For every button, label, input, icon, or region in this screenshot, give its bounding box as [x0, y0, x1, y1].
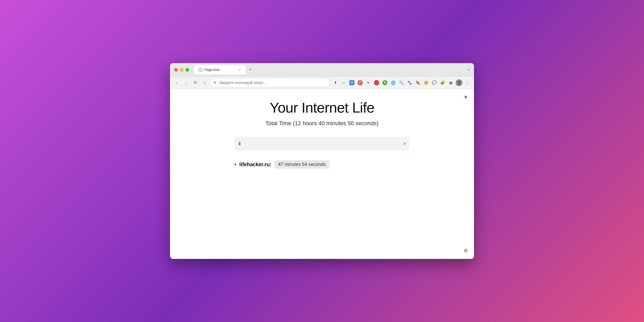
- active-tab[interactable]: ⏱ Page time ×: [194, 65, 246, 74]
- nav-bar: ‹ › ↻ ⌂ G Введите поисковый запро... ⬆ ☆…: [170, 77, 474, 89]
- avatar[interactable]: 👤: [455, 79, 463, 86]
- tab-close-button[interactable]: ×: [238, 68, 242, 72]
- reload-button[interactable]: ↻: [192, 79, 199, 86]
- time-badge: 47 minutes 54 seconds: [275, 160, 329, 169]
- tab-label: Page time: [205, 68, 220, 72]
- more-button[interactable]: ⋮: [464, 79, 471, 86]
- toolbar-icons: ⬆ ☆ V P 🐘 🔴 A 🌐 🔍 🐾 🔖 😊 💬 �: [332, 79, 471, 86]
- total-time-label: Total Time (12 hours 40 minutes 50 secon…: [265, 120, 378, 127]
- tab-favicon: ⏱: [198, 68, 202, 72]
- sidebar-toggle-button[interactable]: ▣: [447, 79, 454, 86]
- ext-icon-2[interactable]: 🐾: [406, 79, 413, 86]
- close-button[interactable]: [174, 68, 178, 72]
- ext-icon-6[interactable]: 🧩: [439, 79, 446, 86]
- browser-window: ⏱ Page time × + ∨ ‹ › ↻ ⌂ G Введите поис…: [170, 63, 474, 259]
- address-text: Введите поисковый запро...: [220, 81, 266, 85]
- ext-icon-1[interactable]: 🔍: [398, 79, 405, 86]
- forward-button[interactable]: ›: [182, 79, 190, 86]
- google-logo: G: [214, 81, 218, 85]
- ext-icon-5[interactable]: 💬: [431, 79, 438, 86]
- adguard-icon[interactable]: A: [381, 79, 388, 86]
- bear-icon[interactable]: 🔴: [373, 79, 380, 86]
- ext-icon-4[interactable]: 😊: [422, 79, 430, 86]
- tab-dropdown-button[interactable]: ∨: [468, 68, 470, 72]
- search-clear-button[interactable]: ×: [403, 141, 406, 147]
- share-button[interactable]: ⬆: [332, 79, 339, 86]
- user-avatar: 👤: [456, 79, 462, 86]
- new-tab-button[interactable]: +: [247, 66, 254, 73]
- page-content: ☀ Your Internet Life Total Time (12 hour…: [170, 89, 474, 259]
- back-button[interactable]: ‹: [173, 79, 180, 86]
- minimize-button[interactable]: [180, 68, 183, 72]
- home-button[interactable]: ⌂: [201, 79, 208, 86]
- grammarly-icon[interactable]: 🐘: [365, 79, 372, 86]
- search-input[interactable]: [234, 137, 410, 150]
- theme-toggle-button[interactable]: ☀: [462, 93, 470, 101]
- bookmark-button[interactable]: ☆: [340, 79, 347, 86]
- results-list: • lifehacker.ru: 47 minutes 54 seconds: [234, 158, 410, 171]
- maximize-button[interactable]: [185, 68, 189, 72]
- title-bar: ⏱ Page time × + ∨: [170, 63, 474, 77]
- page-heading: Your Internet Life: [270, 99, 374, 116]
- tab-bar: ⏱ Page time × + ∨: [194, 65, 470, 74]
- translate-icon[interactable]: 🌐: [389, 79, 397, 86]
- vimium-icon[interactable]: V: [348, 79, 355, 86]
- list-item: • lifehacker.ru: 47 minutes 54 seconds: [234, 158, 410, 171]
- bullet-icon: •: [234, 162, 236, 167]
- search-container: ×: [234, 137, 410, 150]
- address-bar[interactable]: G Введите поисковый запро...: [210, 78, 330, 87]
- domain-label: lifehacker.ru:: [239, 162, 272, 167]
- settings-button[interactable]: ⚙: [462, 247, 470, 255]
- pocket-icon[interactable]: P: [357, 79, 364, 86]
- traffic-lights: [174, 68, 189, 72]
- ext-icon-3[interactable]: 🔖: [414, 79, 421, 86]
